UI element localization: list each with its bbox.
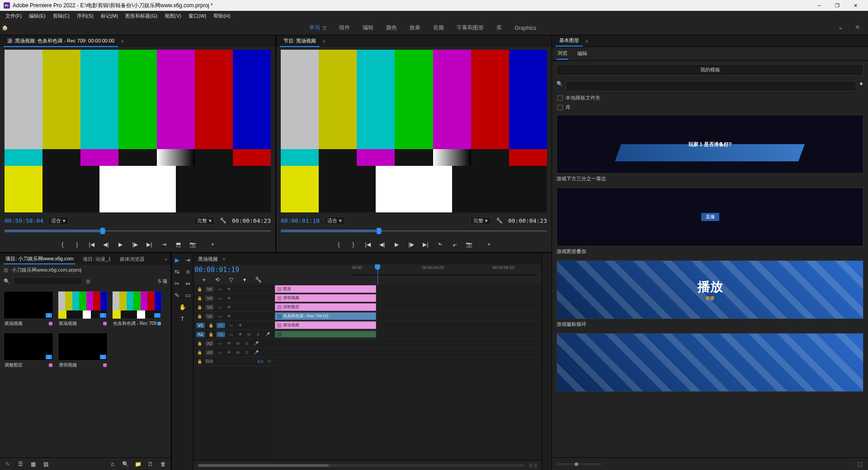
panel-menu-icon[interactable]: ≡ [222, 256, 225, 262]
play-icon[interactable]: ▶ [393, 240, 401, 249]
type-tool[interactable]: T [179, 315, 187, 323]
track-lane[interactable] [275, 348, 542, 357]
favorite-icon[interactable]: ★ [859, 81, 863, 91]
workspace-captions[interactable]: 字幕和图形 [450, 21, 490, 34]
template-item[interactable] [557, 333, 863, 392]
rate-tool[interactable]: ⤭ [184, 268, 192, 276]
snap-icon[interactable]: ⌖ [200, 276, 208, 284]
template-item[interactable]: 播放联赛游戏徽标循环 [557, 260, 863, 329]
panel-overflow-icon[interactable]: » [165, 256, 167, 262]
menu-clip[interactable]: 剪辑(C) [49, 12, 73, 20]
lift-icon[interactable]: ⬑ [436, 240, 444, 249]
menu-sequence[interactable]: 序列(S) [73, 12, 97, 20]
source-timecode-left[interactable]: 00:59:58:04 [5, 217, 43, 224]
project-tab-anime[interactable]: 项目: 动漫_1 [81, 254, 113, 264]
track-lane[interactable]: 黑场视频 [275, 321, 542, 330]
go-out-icon[interactable]: ▶| [146, 240, 154, 249]
track-lane[interactable] [275, 339, 542, 348]
add-button-icon[interactable]: + [485, 240, 493, 249]
overflow-button[interactable]: » [835, 23, 845, 33]
eg-search-input[interactable] [566, 81, 856, 91]
panel-menu-icon[interactable]: ≡ [121, 38, 123, 44]
eg-panel-tab[interactable]: 基本图形 [556, 35, 583, 47]
mark-in-icon[interactable]: { [335, 240, 343, 249]
mix-track-header[interactable]: 🔒混合0.0⏱ [193, 357, 275, 366]
eg-zoom-slider[interactable] [557, 463, 602, 465]
workspace-learn[interactable]: 学习 [303, 21, 333, 34]
track-header[interactable]: 🔒A2▭👁MS🎤 [193, 339, 275, 348]
template-item[interactable]: 直播游戏图形叠加 [557, 188, 863, 257]
track-lane[interactable]: 透明视频 [275, 294, 542, 303]
source-panel-tab[interactable]: 源: 黑场视频: 色条和色调 - Rec 709: 00:00:00:00 [4, 36, 118, 47]
list-view-icon[interactable]: ☰ [16, 460, 24, 468]
close-button[interactable]: ✕ [846, 0, 864, 11]
mark-out-icon[interactable]: } [73, 240, 81, 249]
bin-item[interactable]: ▯黑场视频 [58, 291, 108, 328]
workspace-effects[interactable]: 效果 [403, 21, 427, 34]
template-item[interactable]: 玩家 1 是否准备好?游戏下方三分之一靠左 [557, 115, 863, 184]
ripple-tool[interactable]: ⇆ [173, 268, 181, 276]
source-quality-dropdown[interactable]: 完整 ▾ [194, 216, 215, 225]
track-header[interactable]: V1🔒V1▭👁 [193, 321, 275, 330]
marker-icon[interactable]: ▽ [227, 276, 235, 284]
freeform-view-icon[interactable]: ▧ [42, 460, 50, 468]
track-lane[interactable]: 色条和色调 - Rec 709 [V] [275, 312, 542, 321]
panel-menu-icon[interactable]: ≡ [322, 38, 325, 44]
program-panel-tab[interactable]: 节目: 黑场视频 [280, 36, 320, 47]
workspace-color[interactable]: 颜色 [380, 21, 403, 34]
workspace-editing[interactable]: 编辑 [356, 21, 380, 34]
program-timecode-left[interactable]: 00:00:01:19 [281, 217, 320, 224]
trash-icon[interactable]: 🗑 [159, 460, 167, 468]
go-out-icon[interactable]: ▶| [422, 240, 430, 249]
source-video[interactable] [0, 47, 275, 215]
pen-tool[interactable]: ✎ [173, 291, 181, 299]
go-in-icon[interactable]: |◀ [88, 240, 96, 249]
eg-tab-browse[interactable]: 浏览 [557, 47, 568, 60]
my-templates-button[interactable]: 我的模板 [557, 64, 863, 75]
minimize-button[interactable]: ─ [810, 0, 828, 11]
icon-view-icon[interactable]: ▦ [29, 460, 37, 468]
panel-menu-icon[interactable]: ≡ [585, 38, 588, 44]
project-tab-main[interactable]: 项目: 小刀娱乐网www.x6g.com [4, 254, 75, 264]
menu-markers[interactable]: 标记(M) [97, 12, 122, 20]
filter-icon[interactable]: ▥ [86, 278, 90, 284]
bin-item[interactable]: ▯黑场视频 [4, 291, 53, 328]
automate-icon[interactable]: ⎌ [108, 460, 117, 468]
step-fwd-icon[interactable]: |▶ [407, 240, 415, 249]
export-icon[interactable]: ⇱ [853, 23, 863, 33]
program-scrubber[interactable] [281, 226, 547, 237]
track-select-tool[interactable]: ⇥ [184, 256, 192, 264]
sequence-name[interactable]: 黑场视频 [198, 256, 218, 263]
home-button[interactable]: 🏠 [0, 23, 10, 33]
track-lane[interactable]: 调整图层 [275, 303, 542, 312]
overwrite-icon[interactable]: ⬒ [175, 240, 183, 249]
rectangle-tool[interactable]: ▭ [184, 291, 192, 299]
step-back-icon[interactable]: ◀| [102, 240, 110, 249]
source-scrubber[interactable] [5, 226, 271, 237]
track-header[interactable]: 🔒V2▭👁 [193, 312, 275, 321]
track-header[interactable]: 🔒V3▭👁 [193, 303, 275, 312]
extract-icon[interactable]: ⬐ [451, 240, 459, 249]
timeline-timecode[interactable]: 00:00:01:19 [193, 266, 270, 274]
menu-file[interactable]: 文件(F) [2, 12, 25, 20]
hand-tool[interactable]: ✋ [179, 303, 187, 311]
step-fwd-icon[interactable]: |▶ [131, 240, 139, 249]
workspace-audio[interactable]: 音频 [427, 21, 450, 34]
new-item-icon[interactable]: ✎ [4, 460, 12, 468]
eg-new-icon[interactable]: ⬚ [855, 460, 863, 468]
selection-tool[interactable]: ▶ [173, 256, 181, 264]
project-tab-media-browser[interactable]: 媒体浏览器 [118, 254, 146, 264]
workspace-graphics[interactable]: Graphics [508, 22, 542, 34]
find-icon[interactable]: 🔍 [121, 460, 129, 468]
export-frame-icon[interactable]: 📷 [189, 240, 197, 249]
program-fit-dropdown[interactable]: 适合 ▾ [324, 216, 345, 225]
razor-tool[interactable]: ✂ [173, 279, 181, 287]
export-frame-icon[interactable]: 📷 [465, 240, 473, 249]
bin-item[interactable]: ▯色条和色调 - Rec 709 [112, 291, 162, 328]
source-fit-dropdown[interactable]: 适合 ▾ [48, 216, 69, 225]
go-in-icon[interactable]: |◀ [364, 240, 372, 249]
program-quality-dropdown[interactable]: 完整 ▾ [470, 216, 491, 225]
program-video[interactable] [276, 47, 552, 215]
track-lane[interactable] [275, 330, 542, 339]
wrench-icon[interactable]: 🔧 [254, 276, 262, 284]
